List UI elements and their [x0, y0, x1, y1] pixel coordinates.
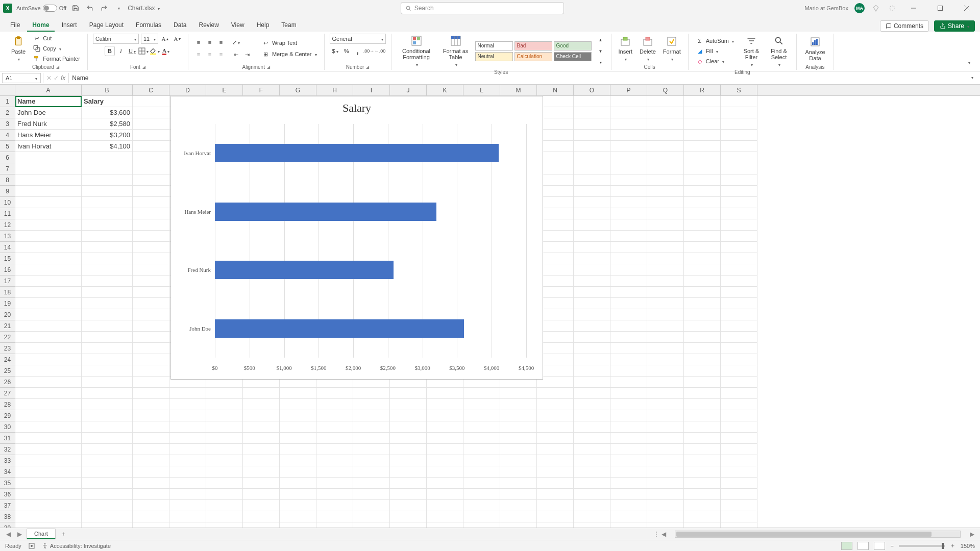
cell[interactable] — [684, 466, 721, 478]
cell[interactable] — [316, 410, 353, 421]
row-header[interactable]: 36 — [0, 489, 15, 500]
cell[interactable] — [427, 433, 463, 444]
cell[interactable] — [574, 522, 610, 528]
cell[interactable] — [133, 365, 169, 377]
row-header[interactable]: 13 — [0, 231, 15, 242]
cell[interactable] — [206, 410, 243, 421]
row-header[interactable]: 37 — [0, 500, 15, 511]
cell[interactable] — [316, 433, 353, 444]
cell[interactable] — [133, 343, 169, 354]
cell[interactable] — [82, 410, 133, 421]
cell[interactable] — [15, 421, 82, 433]
cell[interactable] — [390, 500, 427, 511]
cell[interactable] — [610, 208, 647, 219]
paste-button[interactable]: Paste — [9, 34, 28, 63]
cell[interactable] — [133, 522, 169, 528]
cell[interactable] — [647, 343, 684, 354]
cell[interactable] — [390, 489, 427, 500]
username-label[interactable]: Mario at GemBox — [804, 5, 848, 11]
minimize-button[interactable] — [903, 1, 924, 15]
cell[interactable] — [684, 354, 721, 365]
cell[interactable] — [280, 522, 316, 528]
cell[interactable] — [684, 399, 721, 410]
column-header[interactable]: R — [684, 85, 721, 95]
cell[interactable] — [15, 174, 82, 186]
cell[interactable] — [610, 107, 647, 118]
cell[interactable] — [82, 242, 133, 253]
cell[interactable] — [82, 197, 133, 208]
enter-formula-icon[interactable]: ✓ — [54, 74, 59, 82]
cell[interactable] — [684, 489, 721, 500]
cell[interactable] — [390, 522, 427, 528]
row-header[interactable]: 11 — [0, 208, 15, 219]
cell[interactable] — [684, 421, 721, 433]
cell[interactable] — [647, 152, 684, 163]
bold-button[interactable]: B — [105, 46, 115, 56]
row-header[interactable]: 19 — [0, 298, 15, 309]
zoom-level[interactable]: 150% — [961, 543, 975, 549]
cell[interactable] — [463, 455, 500, 466]
cell[interactable] — [684, 174, 721, 186]
cell[interactable] — [684, 96, 721, 107]
cell[interactable] — [15, 309, 82, 320]
autosave-toggle[interactable]: AutoSave Off — [16, 5, 66, 12]
cell[interactable] — [133, 511, 169, 522]
cell[interactable] — [610, 231, 647, 242]
row-header[interactable]: 30 — [0, 421, 15, 433]
chart-bar[interactable] — [215, 261, 394, 279]
row-header[interactable]: 3 — [0, 118, 15, 130]
cell[interactable] — [82, 332, 133, 343]
embedded-chart[interactable]: Salary $0$500$1,000$1,500$2,000$2,500$3,… — [170, 96, 543, 380]
tab-view[interactable]: View — [226, 18, 250, 32]
cell[interactable] — [82, 152, 133, 163]
style-chip-neutral[interactable]: Neutral — [475, 52, 513, 61]
cell[interactable] — [647, 354, 684, 365]
cell[interactable] — [15, 253, 82, 264]
cell[interactable] — [574, 421, 610, 433]
cell[interactable] — [243, 478, 280, 489]
cell[interactable] — [243, 410, 280, 421]
borders-button[interactable] — [138, 46, 149, 56]
cell[interactable] — [390, 478, 427, 489]
cell[interactable] — [647, 444, 684, 455]
cell[interactable] — [647, 186, 684, 197]
cell[interactable] — [574, 320, 610, 332]
cell[interactable] — [610, 522, 647, 528]
cell[interactable] — [82, 388, 133, 399]
dialog-launcher-icon[interactable]: ◢ — [56, 65, 59, 69]
cell[interactable] — [684, 163, 721, 174]
cell[interactable] — [82, 343, 133, 354]
styles-down-icon[interactable]: ▼ — [596, 46, 606, 56]
cell[interactable] — [82, 511, 133, 522]
clear-button[interactable]: ◇Clear — [694, 57, 736, 66]
cell[interactable] — [610, 174, 647, 186]
font-size-combo[interactable]: 11 — [141, 34, 158, 44]
cell[interactable] — [133, 219, 169, 231]
qat-customize-icon[interactable] — [113, 3, 124, 13]
cell[interactable] — [390, 410, 427, 421]
cell[interactable] — [647, 455, 684, 466]
decrease-decimal-icon[interactable]: ←.00 — [375, 46, 385, 56]
cell[interactable] — [206, 466, 243, 478]
tab-team[interactable]: Team — [276, 18, 301, 32]
chart-bar[interactable] — [215, 144, 499, 162]
search-input[interactable]: Search — [401, 2, 564, 14]
cell[interactable] — [647, 174, 684, 186]
cell[interactable] — [206, 433, 243, 444]
split-handle-icon[interactable]: ⋮ — [653, 531, 659, 538]
cell[interactable] — [684, 522, 721, 528]
cell[interactable] — [280, 410, 316, 421]
column-header[interactable]: L — [463, 85, 500, 95]
cell[interactable] — [133, 264, 169, 276]
cell[interactable] — [133, 130, 169, 141]
cell[interactable] — [500, 444, 537, 455]
cell[interactable] — [684, 141, 721, 152]
cell[interactable] — [574, 500, 610, 511]
expand-formula-bar-icon[interactable] — [967, 73, 977, 83]
select-all-corner[interactable] — [0, 85, 15, 96]
cell[interactable] — [133, 242, 169, 253]
column-header[interactable]: A — [15, 85, 82, 95]
cell[interactable] — [206, 455, 243, 466]
cell[interactable] — [610, 152, 647, 163]
cell[interactable] — [280, 466, 316, 478]
